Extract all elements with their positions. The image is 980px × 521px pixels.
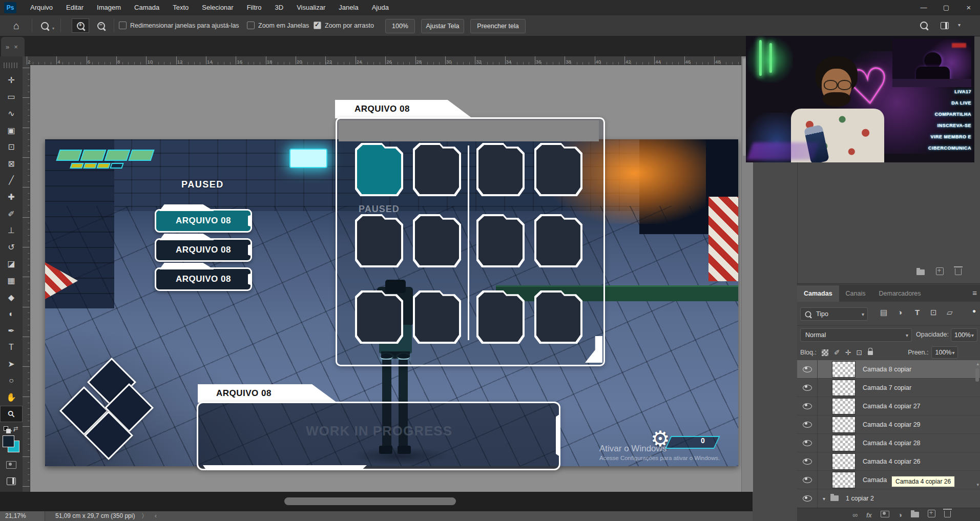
- layer-row[interactable]: Camada 4 copiar 29: [797, 415, 980, 434]
- lock-position-icon[interactable]: ✛: [845, 348, 851, 357]
- layer-visibility-toggle[interactable]: [797, 379, 818, 397]
- menu-item[interactable]: Arquivo: [24, 0, 59, 15]
- lock-artboard-icon[interactable]: ⊡: [856, 348, 862, 357]
- zoom-tool[interactable]: ⚲: [0, 406, 23, 423]
- toolbar-grip[interactable]: [4, 62, 19, 68]
- menu-item[interactable]: Editar: [59, 0, 90, 15]
- layer-thumbnail[interactable]: [832, 380, 856, 396]
- layer-thumbnail[interactable]: [832, 435, 856, 451]
- menu-item[interactable]: Texto: [166, 0, 195, 15]
- workspace-icon[interactable]: [941, 22, 949, 31]
- layer-thumbnail[interactable]: [832, 472, 856, 488]
- horizontal-scroll-thumb[interactable]: [284, 497, 456, 505]
- delete-layer-icon[interactable]: [944, 510, 951, 519]
- inventory-slot[interactable]: [355, 290, 403, 344]
- layers-panel-tab[interactable]: Demarcadores: [872, 285, 928, 302]
- inventory-slot[interactable]: [534, 290, 582, 344]
- inventory-slot[interactable]: [413, 290, 461, 344]
- layer-row[interactable]: Camada 4 copiar 28: [797, 434, 980, 452]
- zoom-percent-field[interactable]: 100%: [385, 19, 415, 33]
- gradient-tool[interactable]: ▦: [0, 272, 23, 289]
- layer-thumbnail[interactable]: [832, 398, 856, 414]
- layer-thumbnail[interactable]: [832, 453, 856, 470]
- menu-item[interactable]: Imagem: [90, 0, 128, 15]
- zoom-tool-icon[interactable]: ▾: [41, 22, 49, 32]
- canvas-horizontal-scrollbar[interactable]: [0, 492, 753, 511]
- fit-screen-button[interactable]: Ajustar Tela: [421, 19, 464, 33]
- arquivo-menu-button[interactable]: ARQUIVO 08: [155, 209, 252, 233]
- menu-item[interactable]: Janela: [332, 0, 365, 15]
- lock-transparency-icon[interactable]: [822, 349, 828, 356]
- clone-stamp-tool[interactable]: ⊥: [0, 222, 23, 239]
- foreground-color-swatch[interactable]: [3, 435, 14, 447]
- arquivo-menu-button[interactable]: ARQUIVO 08: [155, 238, 252, 262]
- delete-icon[interactable]: [955, 268, 962, 277]
- arquivo-menu-button[interactable]: ARQUIVO 08: [155, 267, 252, 291]
- layer-thumbnail[interactable]: [832, 361, 856, 378]
- photoshop-logo[interactable]: Ps: [4, 2, 16, 13]
- inventory-slot[interactable]: [476, 214, 525, 267]
- layer-row[interactable]: Camada 4 copiar 26: [797, 452, 980, 471]
- path-selection-tool[interactable]: ➤: [0, 356, 23, 372]
- eraser-tool[interactable]: ◪: [0, 256, 23, 273]
- layers-panel-tab[interactable]: Canais: [839, 285, 872, 302]
- scroll-down-icon[interactable]: ▾: [976, 482, 979, 487]
- healing-brush-tool[interactable]: ✚: [0, 189, 23, 205]
- minimize-button[interactable]: —: [912, 0, 935, 14]
- fill-value[interactable]: 100% ▾: [931, 346, 958, 359]
- home-icon[interactable]: ⌂: [13, 20, 19, 32]
- status-menu-arrow[interactable]: 〉: [141, 511, 148, 521]
- blur-tool[interactable]: ◆: [0, 289, 23, 306]
- search-icon[interactable]: [920, 22, 928, 31]
- layer-visibility-toggle[interactable]: [797, 415, 818, 434]
- zoom-in-button[interactable]: +: [72, 18, 89, 33]
- new-group-icon[interactable]: [911, 510, 919, 519]
- tab-overflow-icon[interactable]: »: [6, 43, 9, 51]
- ellipse-tool[interactable]: ○: [0, 372, 23, 389]
- hand-tool[interactable]: ✋: [0, 389, 23, 406]
- new-group-icon[interactable]: [916, 268, 925, 277]
- horizontal-ruler[interactable]: 2468101214161820222426283032343638404244…: [23, 56, 741, 65]
- rectangular-marquee-tool[interactable]: ▭: [0, 89, 23, 106]
- brush-tool[interactable]: ✐: [0, 205, 23, 222]
- screen-mode-icon[interactable]: [7, 477, 16, 487]
- dodge-tool[interactable]: ◐: [0, 305, 23, 322]
- workspace-chevron-icon[interactable]: ▾: [958, 22, 961, 28]
- layers-scroll-thumb[interactable]: [975, 368, 979, 382]
- inventory-slot[interactable]: [476, 143, 525, 196]
- tab-overflow-stub[interactable]: »×: [1, 37, 25, 56]
- new-layer-icon[interactable]: [928, 510, 935, 519]
- inventory-slot[interactable]: [355, 143, 403, 196]
- menu-item[interactable]: Ajuda: [365, 0, 395, 15]
- layer-visibility-toggle[interactable]: [797, 434, 818, 452]
- blend-mode-select[interactable]: Normal ▾: [800, 328, 912, 342]
- fill-screen-button[interactable]: Preencher tela: [470, 19, 526, 33]
- layer-row[interactable]: Camada 7 copiar: [797, 379, 980, 397]
- inventory-slot[interactable]: [476, 290, 525, 344]
- new-item-icon[interactable]: [936, 267, 944, 277]
- filter-image-icon[interactable]: [880, 308, 887, 317]
- filter-type-icon[interactable]: [915, 308, 920, 317]
- swap-colors-icon[interactable]: ⇄: [13, 425, 18, 432]
- adjustment-layer-icon[interactable]: [898, 511, 902, 519]
- tab-stub-close-icon[interactable]: ×: [14, 43, 18, 51]
- status-collapse-arrow[interactable]: ‹: [155, 511, 157, 521]
- lasso-tool[interactable]: ∿: [0, 105, 23, 122]
- history-brush-tool[interactable]: ↺: [0, 239, 23, 256]
- menu-item[interactable]: Visualizar: [290, 0, 332, 15]
- layers-panel-tab[interactable]: Camadas: [797, 285, 839, 302]
- inventory-slot[interactable]: [534, 143, 582, 196]
- group-expand-icon[interactable]: ▾: [823, 496, 825, 502]
- inventory-slot[interactable]: [413, 143, 461, 196]
- layer-visibility-toggle[interactable]: [797, 471, 818, 489]
- type-tool[interactable]: T: [0, 339, 23, 356]
- layer-row[interactable]: Camada 8 copiar: [797, 360, 980, 379]
- vertical-ruler[interactable]: [23, 65, 30, 492]
- filter-type-dropdown[interactable]: Tipo ▾: [800, 307, 868, 321]
- opacity-value[interactable]: 100% ▾: [951, 328, 977, 342]
- options-checkbox[interactable]: Zoom em Janelas: [247, 22, 309, 29]
- frame-tool[interactable]: ⊠: [0, 155, 23, 172]
- add-mask-icon[interactable]: [881, 510, 889, 519]
- filter-smart-object-icon[interactable]: [947, 308, 953, 317]
- menu-item[interactable]: 3D: [268, 0, 290, 15]
